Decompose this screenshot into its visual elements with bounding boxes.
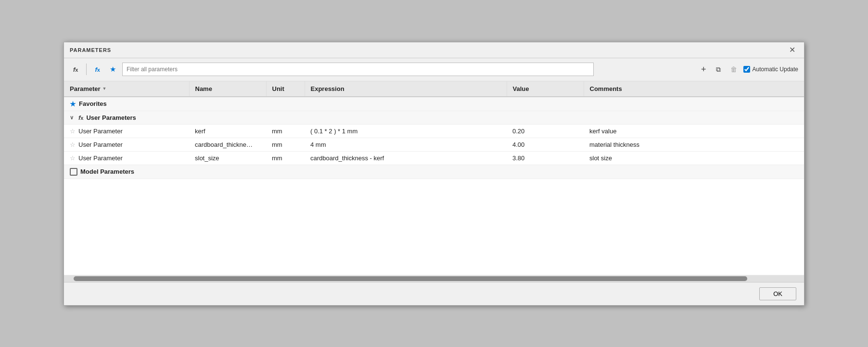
table-row[interactable]: ☆ User Parameter cardboard_thickne… mm 4… xyxy=(64,138,804,151)
dialog-title: PARAMETERS xyxy=(70,47,111,53)
horizontal-scrollbar[interactable] xyxy=(64,275,804,282)
row1-parameter: User Parameter xyxy=(78,128,123,135)
scrollbar-thumb[interactable] xyxy=(74,276,747,281)
user-params-chevron[interactable]: ∨ xyxy=(70,115,74,121)
row1-expression: ( 0.1 * 2 ) * 1 mm xyxy=(305,124,507,138)
table-row[interactable]: ☆ User Parameter kerf mm ( 0.1 * 2 ) * 1… xyxy=(64,124,804,138)
param-cell-2: ☆ User Parameter xyxy=(64,138,189,151)
delete-icon: 🗑 xyxy=(730,65,737,73)
row2-unit: mm xyxy=(266,138,305,151)
star-icon: ★ xyxy=(110,65,116,74)
user-parameters-label: User Parameters xyxy=(86,114,136,121)
row2-star-icon[interactable]: ☆ xyxy=(70,141,76,148)
favorites-star-icon: ★ xyxy=(70,100,76,108)
section-row-user-parameters[interactable]: ∨ fx User Parameters xyxy=(64,111,804,124)
table-header-row: Parameter ▼ Name Unit Expression Valu xyxy=(64,81,804,97)
auto-update-text: Automatic Update xyxy=(753,66,798,73)
copy-icon: ⧉ xyxy=(716,65,721,73)
table-row[interactable]: ☆ User Parameter slot_size mm cardboard_… xyxy=(64,151,804,165)
parameter-col-arrow: ▼ xyxy=(102,86,107,91)
header-comments: Comments xyxy=(584,81,804,97)
row2-parameter: User Parameter xyxy=(78,141,123,148)
header-unit: Unit xyxy=(266,81,305,97)
row2-name: cardboard_thickne… xyxy=(189,138,266,151)
section-cell-model-parameters: Model Parameters xyxy=(64,165,804,179)
row2-comments: material thickness xyxy=(584,138,804,151)
header-expression: Expression xyxy=(305,81,507,97)
header-parameter: Parameter ▼ xyxy=(64,81,189,97)
toolbar-right: + ⧉ 🗑 Automatic Update xyxy=(698,62,798,77)
auto-update-label[interactable]: Automatic Update xyxy=(743,66,798,73)
header-value: Value xyxy=(507,81,584,97)
section-cell-user-parameters: ∨ fx User Parameters xyxy=(64,111,804,124)
param-cell-3: ☆ User Parameter xyxy=(64,151,189,165)
row3-unit: mm xyxy=(266,151,305,165)
row3-parameter: User Parameter xyxy=(78,154,123,162)
row3-star-icon[interactable]: ☆ xyxy=(70,154,76,162)
model-parameters-label: Model Parameters xyxy=(80,168,134,175)
toolbar-separator xyxy=(86,64,87,75)
toolbar: fx fx ★ + ⧉ 🗑 Automatic Update xyxy=(64,58,804,81)
section-row-favorites[interactable]: ★ Favorites xyxy=(64,97,804,111)
row2-value: 4.00 xyxy=(507,138,584,151)
row1-unit: mm xyxy=(266,124,305,138)
row3-comments: slot size xyxy=(584,151,804,165)
add-icon: + xyxy=(701,64,706,74)
model-param-checkbox-icon xyxy=(70,168,77,176)
ok-button[interactable]: OK xyxy=(759,287,796,300)
fx2-icon: fx xyxy=(95,66,100,73)
empty-cell xyxy=(64,179,804,275)
parameters-dialog: PARAMETERS ✕ fx fx ★ + ⧉ 🗑 Autom xyxy=(64,42,804,306)
model-parameters-section-label: Model Parameters xyxy=(70,168,798,176)
row1-star-icon[interactable]: ☆ xyxy=(70,128,76,135)
empty-row xyxy=(64,179,804,275)
fx2-button[interactable]: fx xyxy=(91,64,103,76)
parameters-table-container: Parameter ▼ Name Unit Expression Valu xyxy=(64,81,804,275)
user-parameters-section-label: ∨ fx User Parameters xyxy=(70,114,798,121)
user-params-fx-icon: fx xyxy=(78,114,83,121)
header-name: Name xyxy=(189,81,266,97)
copy-parameter-button[interactable]: ⧉ xyxy=(713,63,724,76)
row3-value: 3.80 xyxy=(507,151,584,165)
row1-value: 0.20 xyxy=(507,124,584,138)
title-bar: PARAMETERS ✕ xyxy=(64,42,804,58)
param-cell-1: ☆ User Parameter xyxy=(64,124,189,138)
section-cell-favorites: ★ Favorites xyxy=(64,97,804,111)
add-parameter-button[interactable]: + xyxy=(698,62,710,77)
dialog-footer: OK xyxy=(64,282,804,305)
star-favorites-button[interactable]: ★ xyxy=(106,63,119,76)
favorites-label: Favorites xyxy=(79,100,107,107)
row3-name: slot_size xyxy=(189,151,266,165)
auto-update-checkbox[interactable] xyxy=(743,66,750,73)
fx-icon: fx xyxy=(73,66,78,73)
fx-button[interactable]: fx xyxy=(70,64,81,76)
filter-input[interactable] xyxy=(122,63,594,76)
row1-comments: kerf value xyxy=(584,124,804,138)
param-cell-inner-1: ☆ User Parameter xyxy=(70,128,183,135)
favorites-section-label: ★ Favorites xyxy=(70,100,798,108)
table-body: ★ Favorites ∨ fx User Parameters xyxy=(64,97,804,275)
row1-name: kerf xyxy=(189,124,266,138)
param-cell-inner-2: ☆ User Parameter xyxy=(70,141,183,148)
parameters-table: Parameter ▼ Name Unit Expression Valu xyxy=(64,81,804,275)
section-row-model-parameters[interactable]: Model Parameters xyxy=(64,165,804,179)
delete-parameter-button[interactable]: 🗑 xyxy=(727,63,740,76)
close-button[interactable]: ✕ xyxy=(786,45,798,55)
row3-expression: cardboard_thickness - kerf xyxy=(305,151,507,165)
row2-expression: 4 mm xyxy=(305,138,507,151)
param-cell-inner-3: ☆ User Parameter xyxy=(70,154,183,162)
